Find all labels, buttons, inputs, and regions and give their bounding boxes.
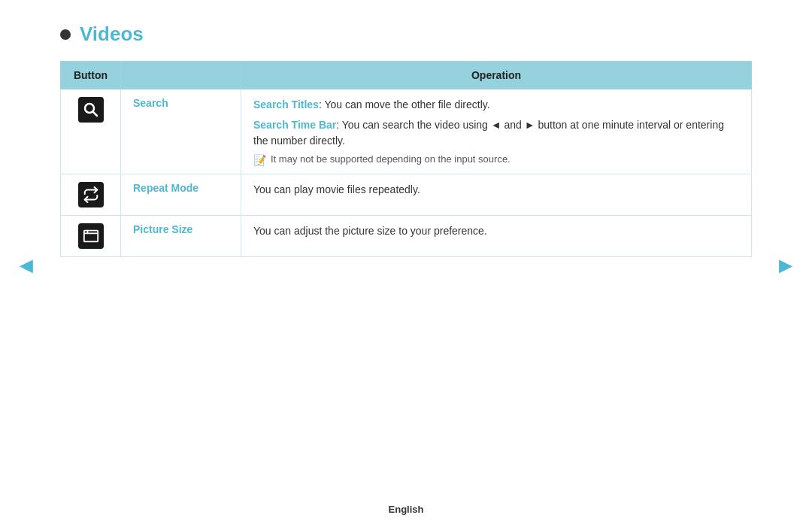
repeat-op-text: You can play movie files repeatedly.: [253, 183, 420, 195]
repeat-op-line: You can play movie files repeatedly.: [253, 182, 739, 198]
picture-feature-cell: Picture Size: [121, 216, 241, 257]
button-col-header: Button: [61, 62, 121, 89]
page-title: Videos: [60, 23, 752, 46]
repeat-button-cell: [61, 174, 121, 216]
table-row: Picture Size You can adjust the picture …: [61, 216, 752, 257]
picture-op-text: You can adjust the picture size to your …: [253, 225, 487, 237]
picture-button-cell: [61, 216, 121, 257]
language-label: English: [389, 504, 424, 515]
search-titles-label: Search Titles: [253, 98, 319, 111]
search-note-line: 📝 It may not be supported depending on t…: [253, 153, 739, 166]
search-feature-name: Search: [133, 97, 168, 109]
repeat-icon-button: [78, 182, 104, 207]
search-timebar-line: Search Time Bar: You can search the vide…: [253, 117, 739, 149]
search-titles-line: Search Titles: You can move the other fi…: [253, 97, 739, 113]
title-text: Videos: [80, 23, 144, 46]
table-row: Repeat Mode You can play movie files rep…: [61, 174, 752, 216]
search-icon-button: [78, 97, 104, 123]
search-icon: [82, 101, 100, 119]
search-button-cell: [61, 89, 121, 174]
repeat-icon: [83, 186, 99, 203]
search-timebar-label: Search Time Bar: [253, 119, 336, 131]
picture-op-line: You can adjust the picture size to your …: [253, 223, 739, 239]
search-operation-cell: Search Titles: You can move the other fi…: [241, 89, 752, 174]
repeat-operation-cell: You can play movie files repeatedly.: [241, 174, 752, 216]
svg-rect-2: [83, 231, 97, 242]
picture-size-icon: [83, 228, 99, 244]
feature-col-header: [121, 62, 241, 89]
table-header-row: Button Operation: [61, 62, 752, 89]
nav-next-button[interactable]: ►: [774, 253, 797, 278]
title-bullet: [60, 29, 71, 40]
search-timebar-sep: :: [336, 119, 342, 131]
repeat-feature-cell: Repeat Mode: [121, 174, 241, 216]
search-titles-text: You can move the other file directly.: [324, 98, 489, 111]
nav-prev-button[interactable]: ◄: [15, 253, 38, 278]
page-container: Videos Button Operation: [0, 0, 812, 280]
repeat-feature-name: Repeat Mode: [133, 182, 198, 194]
picture-operation-cell: You can adjust the picture size to your …: [241, 216, 752, 257]
picture-feature-name: Picture Size: [133, 223, 192, 235]
picture-icon-button: [78, 223, 104, 249]
search-feature-cell: Search: [121, 89, 241, 174]
operation-col-header: Operation: [241, 62, 752, 89]
svg-line-1: [92, 112, 97, 117]
features-table: Button Operation Search: [60, 61, 752, 257]
note-icon: 📝: [253, 154, 266, 166]
table-row: Search Search Titles: You can move the o…: [61, 89, 752, 174]
search-note-text: It may not be supported depending on the…: [271, 153, 511, 165]
